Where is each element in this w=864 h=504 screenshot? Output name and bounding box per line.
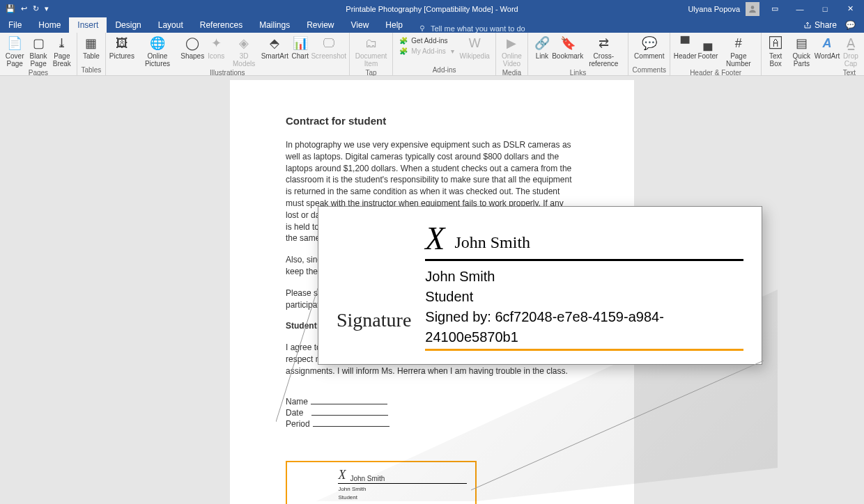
- ribbon-tabs: File Home Insert Design Layout Reference…: [0, 17, 864, 33]
- share-label: Share: [815, 20, 837, 30]
- window-title: Printable Photography [Compatibility Mod…: [346, 5, 518, 13]
- callout-signed-by: Signed by: 6cf72048-e7e8-4159-a984-24100…: [425, 307, 743, 351]
- group-header-footer: ▀Header ▄Footer #Page Number Header & Fo…: [670, 33, 761, 75]
- group-tables: ▦Table Tables: [77, 33, 106, 75]
- tab-help[interactable]: Help: [377, 17, 411, 33]
- my-addins-button[interactable]: 🧩My Add-ins ▾: [399, 46, 454, 56]
- title-bar: 💾 ↩ ↻ ▾ Printable Photography [Compatibi…: [0, 0, 864, 17]
- callout-signature-label: Signature: [337, 309, 411, 331]
- minimize-icon[interactable]: —: [790, 5, 810, 13]
- group-comments: 💬Comment Comments: [628, 33, 670, 75]
- redo-icon[interactable]: ↻: [33, 4, 39, 13]
- group-label: Comments: [633, 66, 666, 75]
- signature-callout: Signature X John Smith John Smith Studen…: [318, 206, 762, 365]
- quick-access-toolbar: 💾 ↩ ↻ ▾: [0, 4, 54, 13]
- shapes-button[interactable]: ◯Shapes: [180, 34, 205, 61]
- signature-typed-name: John Smith: [350, 475, 385, 482]
- tab-review[interactable]: Review: [298, 17, 342, 33]
- bookmark-button[interactable]: 🔖Bookmark: [553, 34, 583, 61]
- table-button[interactable]: ▦Table: [80, 34, 102, 61]
- smartart-button[interactable]: ⬘SmartArt: [261, 34, 289, 61]
- tab-layout[interactable]: Layout: [150, 17, 192, 33]
- online-pictures-button[interactable]: 🌐Online Pictures: [135, 34, 180, 69]
- undo-icon[interactable]: ↩: [21, 4, 27, 13]
- comment-button[interactable]: 💬Comment: [631, 34, 667, 61]
- signature-name: John Smith: [338, 485, 467, 494]
- text-box-button[interactable]: 🄰Text Box: [764, 34, 787, 69]
- qat-customize-icon[interactable]: ▾: [45, 4, 49, 13]
- link-button[interactable]: 🔗Link: [531, 34, 553, 61]
- user-name: Ulyana Popova: [688, 5, 740, 13]
- tell-me-search[interactable]: Tell me what you want to do: [411, 24, 532, 33]
- share-icon: [803, 21, 812, 29]
- tab-design[interactable]: Design: [107, 17, 149, 33]
- group-pages: 📄Cover Page ▢Blank Page ⤓Page Break Page…: [0, 33, 77, 75]
- page-number-button[interactable]: #Page Number: [719, 34, 758, 69]
- chart-button[interactable]: 📊Chart: [289, 34, 311, 61]
- date-field: Date: [286, 408, 578, 418]
- share-button[interactable]: Share 💬: [795, 17, 864, 33]
- svg-point-0: [751, 6, 755, 9]
- tell-me-label: Tell me what you want to do: [431, 24, 525, 33]
- online-video-button[interactable]: ▶Online Video: [499, 34, 525, 69]
- period-field: Period: [286, 419, 578, 429]
- name-field: Name: [286, 397, 578, 407]
- ribbon-insert: 📄Cover Page ▢Blank Page ⤓Page Break Page…: [0, 33, 864, 76]
- cover-page-button[interactable]: 📄Cover Page: [3, 34, 26, 69]
- quick-parts-button[interactable]: ▤Quick Parts: [787, 34, 816, 69]
- cross-reference-button[interactable]: ⇄Cross-reference: [583, 34, 626, 69]
- svg-point-1: [421, 26, 424, 29]
- tab-mailings[interactable]: Mailings: [251, 17, 298, 33]
- wordart-button[interactable]: AWordArt: [816, 34, 838, 61]
- close-icon[interactable]: ✕: [840, 4, 860, 13]
- ribbon-display-icon[interactable]: ▭: [765, 4, 785, 13]
- group-label: Tables: [81, 66, 101, 75]
- wikipedia-button[interactable]: WWikipedia: [457, 34, 493, 61]
- tab-file[interactable]: File: [0, 17, 30, 33]
- footer-button[interactable]: ▄Footer: [697, 34, 719, 61]
- icons-button[interactable]: ✦Icons: [205, 34, 227, 61]
- tab-insert[interactable]: Insert: [69, 17, 107, 33]
- callout-typed-name: John Smith: [454, 233, 530, 255]
- group-tap: 🗂Document Item Tap: [350, 33, 394, 75]
- user-area: Ulyana Popova ▭ — □ ✕: [688, 2, 864, 16]
- callout-signer-name: John Smith: [425, 267, 743, 287]
- signature-role: Student: [338, 494, 467, 502]
- group-addins: 🧩Get Add-ins 🧩My Add-ins ▾ WWikipedia Ad…: [393, 33, 496, 75]
- group-links: 🔗Link 🔖Bookmark ⇄Cross-reference Links: [528, 33, 628, 75]
- header-button[interactable]: ▀Header: [673, 34, 696, 61]
- tab-home[interactable]: Home: [30, 17, 69, 33]
- tab-references[interactable]: References: [192, 17, 251, 33]
- group-label: Add-ins: [433, 66, 456, 75]
- signature-signed-by: Signed by: 6cf72048-e7e8-4159-a984-24100…: [338, 502, 467, 504]
- save-icon[interactable]: 💾: [6, 4, 15, 13]
- document-item-button[interactable]: 🗂Document Item: [353, 34, 390, 69]
- tab-view[interactable]: View: [343, 17, 378, 33]
- signature-block[interactable]: Signature X John Smith John Smith Studen…: [286, 461, 477, 504]
- maximize-icon[interactable]: □: [815, 5, 835, 13]
- comments-pane-icon[interactable]: 💬: [845, 20, 856, 30]
- user-avatar-icon[interactable]: [746, 2, 759, 16]
- callout-x-icon: X: [425, 223, 445, 255]
- screenshot-button[interactable]: 🖵Screenshot: [311, 34, 346, 61]
- callout-signer-role: Student: [425, 287, 743, 307]
- get-addins-button[interactable]: 🧩Get Add-ins: [399, 36, 454, 45]
- group-text: 🄰Text Box ▤Quick Parts AWordArt A̲Drop C…: [762, 33, 864, 75]
- pictures-button[interactable]: 🖼Pictures: [109, 34, 135, 61]
- page-break-button[interactable]: ⤓Page Break: [50, 34, 74, 69]
- lightbulb-icon: [418, 24, 426, 33]
- group-illustrations: 🖼Pictures 🌐Online Pictures ◯Shapes ✦Icon…: [106, 33, 350, 75]
- blank-page-button[interactable]: ▢Blank Page: [26, 34, 49, 69]
- drop-cap-button[interactable]: A̲Drop Cap: [838, 34, 863, 69]
- 3d-models-button[interactable]: ◈3D Models: [227, 34, 261, 69]
- doc-heading: Contract for student: [286, 115, 578, 127]
- group-media: ▶Online Video Media: [496, 33, 528, 75]
- signature-x-icon: X: [338, 468, 346, 482]
